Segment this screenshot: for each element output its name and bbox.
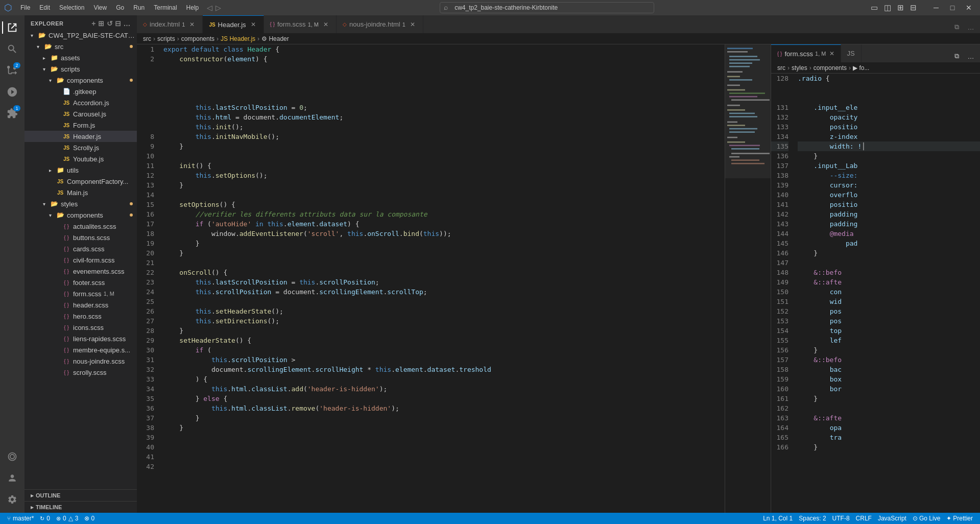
sidebar-item-membreequipe[interactable]: { } membre-equipe.s... xyxy=(25,344,137,355)
collapse-icon[interactable]: ⊟ xyxy=(115,19,122,28)
tab-headerjs-close[interactable]: ✕ xyxy=(249,20,257,29)
more-tabs-button[interactable]: … xyxy=(965,21,977,33)
title-search-input[interactable] xyxy=(440,2,654,13)
new-folder-icon[interactable]: ⊞ xyxy=(98,19,105,28)
accounts-activity-icon[interactable] xyxy=(2,468,22,488)
sidebar-item-nousjoindrescss[interactable]: { } nous-joindre.scss xyxy=(25,355,137,367)
status-cursor[interactable]: Ln 1, Col 1 xyxy=(760,513,796,524)
extensions-activity-icon[interactable]: 1 xyxy=(2,103,22,124)
right-breadcrumb-src[interactable]: src xyxy=(777,64,785,72)
status-language[interactable]: JavaScript xyxy=(875,513,910,524)
tab-indexhtml[interactable]: ◇ index.html 1 ✕ xyxy=(137,15,203,33)
sidebar-item-footer[interactable]: { } footer.scss xyxy=(25,277,137,288)
status-eol[interactable]: CRLF xyxy=(853,513,875,524)
status-errors[interactable]: ⊗ 0 △ 3 xyxy=(53,513,81,524)
sidebar-item-styles[interactable]: ▾ 📂 styles xyxy=(25,198,137,209)
split-editor-button[interactable]: ⧉ xyxy=(950,21,963,33)
sidebar-item-utils[interactable]: ▸ 📁 utils xyxy=(25,164,137,176)
sidebar-item-styles-components[interactable]: ▾ 📂 components xyxy=(25,209,137,221)
right-breadcrumb-styles[interactable]: styles xyxy=(792,64,807,72)
tab-formscss-close[interactable]: ✕ xyxy=(322,20,330,29)
menu-go[interactable]: Go xyxy=(112,3,128,12)
layout-icon-3[interactable]: ⊞ xyxy=(895,3,906,12)
sidebar-item-civilform[interactable]: { } civil-form.scss xyxy=(25,254,137,266)
sidebar-item-assets[interactable]: ▸ 📁 assets xyxy=(25,52,137,63)
breadcrumb-scripts[interactable]: scripts xyxy=(157,35,175,42)
remote-activity-icon[interactable] xyxy=(2,446,22,467)
right-code-editor[interactable]: .radio { .input__ele opacity positio z-i… xyxy=(794,74,980,513)
breadcrumb-headerjs[interactable]: JS Header.js xyxy=(221,35,255,42)
status-prettier[interactable]: ✦ Prettier xyxy=(943,513,976,524)
minimize-button[interactable]: ─ xyxy=(929,2,943,13)
new-file-icon[interactable]: + xyxy=(91,19,96,28)
sidebar-item-scrollyscss[interactable]: { } scrolly.scss xyxy=(25,367,137,378)
explorer-activity-icon[interactable] xyxy=(2,17,22,38)
sidebar-item-scrolly[interactable]: JS Scrolly.js xyxy=(25,142,137,153)
sidebar-item-headerjs[interactable]: JS Header.js xyxy=(25,131,137,142)
menu-view[interactable]: View xyxy=(89,3,111,12)
sidebar-item-scripts[interactable]: ▾ 📂 scripts xyxy=(25,63,137,75)
status-branch[interactable]: ⑂ master* xyxy=(4,513,37,524)
refresh-icon[interactable]: ↺ xyxy=(107,19,113,28)
menu-selection[interactable]: Selection xyxy=(55,3,88,12)
sidebar-item-youtube[interactable]: JS Youtube.js xyxy=(25,153,137,164)
sidebar-item-carousel[interactable]: JS Carousel.js xyxy=(25,108,137,120)
code-editor[interactable]: export default class Header { constructo… xyxy=(159,44,725,513)
sidebar-item-buttons[interactable]: { } buttons.scss xyxy=(25,232,137,243)
sidebar-item-icons[interactable]: { } icons.scss xyxy=(25,322,137,333)
nav-forward-icon[interactable]: ▷ xyxy=(216,4,221,12)
outline-header[interactable]: ▸ OUTLINE xyxy=(25,490,137,501)
right-tab-formscss[interactable]: { } form.scss 1, M ✕ xyxy=(771,44,841,62)
right-tab-formscss-close[interactable]: ✕ xyxy=(829,50,834,57)
tab-indexhtml-close[interactable]: ✕ xyxy=(188,20,196,29)
breadcrumb-src[interactable]: src xyxy=(143,35,151,42)
layout-icon-4[interactable]: ⊟ xyxy=(908,3,919,12)
right-breadcrumb-components[interactable]: components xyxy=(814,64,847,72)
settings-activity-icon[interactable] xyxy=(2,489,22,510)
sidebar-item-accordion[interactable]: JS Accordion.js xyxy=(25,97,137,108)
status-sync[interactable]: ↻ 0 xyxy=(37,513,53,524)
search-activity-icon[interactable] xyxy=(2,39,22,59)
minimap[interactable] xyxy=(725,44,771,513)
run-activity-icon[interactable] xyxy=(2,82,22,102)
tab-nousjoindre-close[interactable]: ✕ xyxy=(409,20,417,29)
right-panel-split-button[interactable]: ⧉ xyxy=(950,50,963,62)
layout-icon-1[interactable]: ▭ xyxy=(869,3,880,12)
tree-root[interactable]: ▾ 📂 CW4_TP2_BAIE-STE-CATHE... xyxy=(25,30,137,41)
menu-run[interactable]: Run xyxy=(129,3,149,12)
status-golive[interactable]: ⊙ Go Live xyxy=(910,513,943,524)
sidebar-item-formjs[interactable]: JS Form.js xyxy=(25,120,137,131)
menu-help[interactable]: Help xyxy=(182,3,203,12)
sidebar-item-mainjs[interactable]: JS Main.js xyxy=(25,187,137,198)
menu-file[interactable]: File xyxy=(16,3,34,12)
tab-formscss[interactable]: { } form.scss 1, M ✕ xyxy=(264,15,337,33)
timeline-header[interactable]: ▸ TIMELINE xyxy=(25,502,137,513)
breadcrumb-header-class[interactable]: ⚙ Header xyxy=(261,35,289,42)
sidebar-item-cards[interactable]: { } cards.scss xyxy=(25,243,137,254)
status-spaces[interactable]: Spaces: 2 xyxy=(796,513,829,524)
close-button[interactable]: ✕ xyxy=(962,2,976,13)
sidebar-item-formscss[interactable]: { } form.scss 1, M xyxy=(25,288,137,299)
menu-terminal[interactable]: Terminal xyxy=(150,3,181,12)
sidebar-item-gitkeep[interactable]: 📄 .gitkeep xyxy=(25,86,137,97)
sidebar-item-components[interactable]: ▾ 📂 components xyxy=(25,75,137,86)
sidebar-item-componentfactory[interactable]: JS ComponentFactory... xyxy=(25,176,137,187)
layout-icon-2[interactable]: ◫ xyxy=(882,3,893,12)
right-breadcrumb-fo[interactable]: ▶ fo... xyxy=(853,64,869,72)
sidebar-item-liensrapides[interactable]: { } liens-rapides.scss xyxy=(25,333,137,344)
right-tab-js[interactable]: JS xyxy=(841,44,862,62)
right-panel-more-button[interactable]: … xyxy=(965,50,977,62)
sidebar-item-actualites[interactable]: { } actualites.scss xyxy=(25,221,137,232)
maximize-button[interactable]: □ xyxy=(945,2,960,13)
tab-headerjs[interactable]: JS Header.js ✕ xyxy=(203,15,264,33)
breadcrumb-components[interactable]: components xyxy=(181,35,214,42)
tab-nousjoindrehtml[interactable]: ◇ nous-joindre.html 1 ✕ xyxy=(337,15,423,33)
menu-edit[interactable]: Edit xyxy=(35,3,54,12)
source-control-activity-icon[interactable]: 2 xyxy=(2,60,22,81)
status-encoding[interactable]: UTF-8 xyxy=(829,513,853,524)
sidebar-item-src[interactable]: ▾ 📂 src xyxy=(25,41,137,52)
nav-back-icon[interactable]: ◁ xyxy=(207,4,212,12)
more-icon[interactable]: … xyxy=(124,19,131,28)
sidebar-item-hero[interactable]: { } hero.scss xyxy=(25,311,137,322)
sidebar-item-headerscss[interactable]: { } header.scss xyxy=(25,299,137,311)
